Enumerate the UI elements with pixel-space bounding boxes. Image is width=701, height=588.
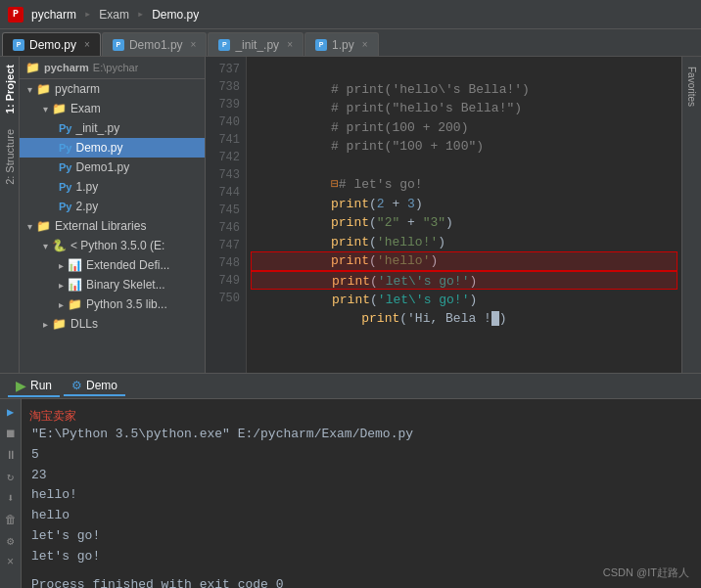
favorites-tab[interactable]: Favorites [684,61,699,113]
py-icon-2py: Py [59,201,71,212]
bottom-main: ▶ ⏹ ⏸ ↻ ⬇ 🗑 ⚙ × 淘宝卖家 "E:\Python 3.5\pyth… [0,399,701,588]
tree-item-init[interactable]: Py _init_.py [20,118,205,138]
settings-btn[interactable]: ⚙ [2,532,20,550]
py-icon-2: P [113,39,124,51]
tree-item-demo[interactable]: Py Demo.py [20,138,205,158]
title-bar: P pycharm ▸ Exam ▸ Demo.py [0,0,701,29]
ln-746: 746 [206,219,240,237]
tree-item-ext-def[interactable]: 📊 Extended Defi... [20,255,205,275]
tree-item-binary[interactable]: 📊 Binary Skelet... [20,275,205,294]
tab-label-demo1: Demo1.py [129,38,183,52]
ln-738: 738 [206,78,240,96]
tree-label-ext: External Libraries [55,219,146,233]
tree-item-pycharm[interactable]: 📁 pycharm [20,79,205,99]
tree-label-init: _init_.py [75,121,119,135]
code-line-740: # print("100 + 100") [255,118,674,138]
code-line-738: # print("hello's Bella!") [255,80,674,100]
pause-btn[interactable]: ⏸ [2,446,20,464]
project-side-tab[interactable]: 1: Project [0,57,19,121]
folder-icon-ext: 📁 [36,219,51,233]
py-icon-demo: Py [59,142,71,154]
code-line-737: # print('hello\'s Bella!') [255,61,674,80]
ln-740: 740 [206,113,240,131]
py-icon-4: P [315,39,327,51]
watermark-right: CSDN @IT赶路人 [603,565,689,582]
code-line-742: ⊟# let's go! [255,157,674,176]
tab-close-demo1[interactable]: × [191,39,197,50]
tab-label-1: 1.py [332,38,354,52]
structure-side-tab[interactable]: 2: Structure [0,121,19,193]
tree-label-demo1: Demo1.py [75,160,129,174]
editor-area: 737 738 739 740 741 742 743 744 745 746 … [206,57,681,373]
sidebar-project-name: pycharm [44,62,89,73]
ln-749: 749 [206,272,240,290]
tree-item-1py[interactable]: Py 1.py [20,177,205,197]
arrow-pycharm [27,84,32,95]
arrow-ext-def [59,260,64,271]
ln-743: 743 [206,166,240,184]
line-numbers: 737 738 739 740 741 742 743 744 745 746 … [206,57,247,373]
folder-icon-pycharm: 📁 [36,82,51,96]
ln-748: 748 [206,254,240,272]
code-editor[interactable]: 737 738 739 740 741 742 743 744 745 746 … [206,57,681,373]
title-folder: Exam [99,8,129,22]
code-line-739: # print(100 + 200) [255,99,674,118]
ln-747: 747 [206,237,240,254]
tree-item-ext-libs[interactable]: 📁 External Libraries [20,216,205,236]
bottom-panel: ▶ Run ⚙ Demo ▶ ⏹ ⏸ ↻ ⬇ 🗑 ⚙ × 淘宝卖家 "E:\Py… [0,373,701,588]
terminal-exit-msg: Process finished with exit code 0 [31,575,691,588]
watermark-left: 淘宝卖家 [29,407,76,426]
run-action-bar: ▶ ⏹ ⏸ ↻ ⬇ 🗑 ⚙ × [0,399,22,588]
run-tab[interactable]: ▶ Run [8,376,60,397]
tree-label-binary: Binary Skelet... [86,278,165,292]
tab-close-1[interactable]: × [362,39,368,50]
ln-737: 737 [206,61,240,78]
scroll-to-end-btn[interactable]: ⬇ [2,489,20,507]
py-icon-1: Py [59,181,71,193]
sidebar-project-path: E:\pychar [93,62,138,73]
clear-btn[interactable]: 🗑 [2,511,20,528]
tab-label-init: _init_.py [235,38,279,52]
tab-close-demo[interactable]: × [84,39,90,50]
run-btn[interactable]: ▶ [2,403,20,421]
terminal-out-5: 5 [31,445,691,466]
arrow-py35lib [59,299,64,310]
ln-750: 750 [206,290,240,307]
code-line-749: print('Hi, Bela ! ) [255,290,674,309]
terminal-out-hello: hello! [31,485,691,506]
close-panel-btn[interactable]: × [2,554,20,571]
py-icon-3: P [218,39,230,51]
arrow-python35 [43,241,48,251]
folder-icon-exam: 📁 [52,102,67,115]
code-line-744: print("2" + "3") [255,195,674,214]
code-line-745: print('hello!') [255,213,674,233]
arrow-binary [59,280,64,291]
project-sidebar: 📁 pycharm E:\pychar 📁 pycharm 📁 Exam Py … [20,57,206,373]
tab-close-init[interactable]: × [287,39,293,50]
rerun-btn[interactable]: ↻ [2,468,20,485]
tab-demo1-py[interactable]: P Demo1.py × [102,32,208,56]
folder-icon-binary: 📊 [68,278,82,292]
terminal-command: "E:\Python 3.5\python.exe" E:/pycharm/Ex… [31,427,413,441]
tree-item-2py[interactable]: Py 2.py [20,197,205,216]
tab-1-py[interactable]: P 1.py × [304,32,379,56]
code-line-747: print('let\'s go!') [251,251,678,271]
tree-item-py35lib[interactable]: 📁 Python 3.5 lib... [20,294,205,314]
tree-label-demo: Demo.py [75,141,122,155]
tab-demo-py[interactable]: P Demo.py × [2,32,101,56]
tree-item-demo1[interactable]: Py Demo1.py [20,158,205,177]
run-icon: ▶ [16,378,26,393]
demo-tab[interactable]: ⚙ Demo [64,377,125,396]
tree-item-python35[interactable]: 🐍 < Python 3.5.0 (E: [20,236,205,255]
tree-item-exam[interactable]: 📁 Exam [20,99,205,118]
run-tab-label: Run [30,379,52,392]
tab-init-py[interactable]: P _init_.py × [208,32,304,56]
stop-btn[interactable]: ⏹ [2,425,20,442]
tree-label-1py: 1.py [75,180,98,194]
tree-label-python35: < Python 3.5.0 (E: [70,239,164,252]
title-file: Demo.py [152,8,199,22]
terminal-command-line: "E:\Python 3.5\python.exe" E:/pycharm/Ex… [31,425,691,445]
folder-icon-py35lib: 📁 [68,297,82,311]
title-sep2: ▸ [137,7,144,22]
tree-item-dlls[interactable]: 📁 DLLs [20,314,205,334]
